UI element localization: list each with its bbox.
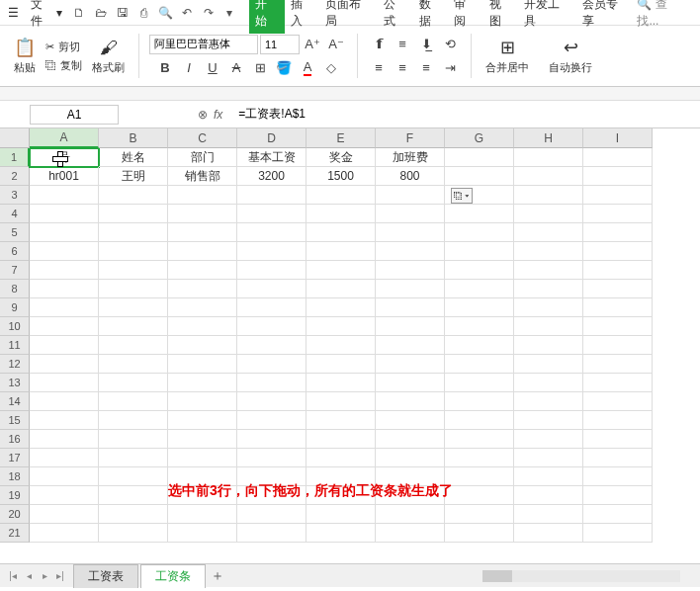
cell-D16[interactable] — [237, 430, 306, 449]
cell-I1[interactable] — [583, 148, 653, 167]
row-header-20[interactable]: 20 — [0, 505, 30, 524]
align-left-icon[interactable]: ≡ — [368, 58, 390, 78]
cell-C12[interactable] — [168, 355, 237, 374]
cell-I13[interactable] — [583, 374, 653, 392]
row-header-19[interactable]: 19 — [0, 486, 30, 505]
col-header-B[interactable]: B — [99, 128, 168, 148]
font-name-input[interactable] — [149, 35, 258, 54]
cell-A17[interactable] — [30, 449, 99, 467]
cell-G8[interactable] — [445, 280, 514, 298]
col-header-D[interactable]: D — [237, 128, 306, 148]
smart-tag-button[interactable]: ⿻ ▾ — [451, 188, 473, 204]
cell-E4[interactable] — [306, 205, 376, 223]
cell-A14[interactable] — [30, 392, 99, 411]
sheet-tab-1[interactable]: 工资条 — [140, 564, 206, 588]
cell-I9[interactable] — [583, 298, 653, 317]
cell-C7[interactable] — [168, 261, 237, 280]
sheet-nav-last-icon[interactable]: ▸| — [53, 569, 67, 583]
cell-I20[interactable] — [583, 505, 653, 524]
cell-E8[interactable] — [306, 280, 376, 298]
ribbon-tab-6[interactable]: 视图 — [483, 0, 519, 34]
cell-B6[interactable] — [99, 242, 168, 261]
cell-B4[interactable] — [99, 205, 168, 223]
cell-F1[interactable]: 加班费 — [376, 148, 445, 167]
select-all-corner[interactable] — [0, 128, 30, 148]
col-header-A[interactable]: A — [30, 128, 99, 148]
row-header-5[interactable]: 5 — [0, 223, 30, 242]
cell-G15[interactable] — [445, 411, 514, 430]
cut-button[interactable]: ✂ 剪切 — [44, 39, 84, 55]
cell-C4[interactable] — [168, 205, 237, 223]
align-center-icon[interactable]: ≡ — [392, 58, 413, 78]
cell-D10[interactable] — [237, 317, 306, 336]
cell-F21[interactable] — [376, 524, 445, 543]
cell-I10[interactable] — [583, 317, 653, 336]
cell-A19[interactable] — [30, 486, 99, 505]
cell-B19[interactable] — [99, 486, 168, 505]
cell-B15[interactable] — [99, 411, 168, 430]
cell-H20[interactable] — [514, 505, 583, 524]
cell-F13[interactable] — [376, 374, 445, 392]
cell-H3[interactable] — [514, 186, 583, 205]
cell-G5[interactable] — [445, 223, 514, 242]
cell-G19[interactable] — [445, 486, 514, 505]
cell-B18[interactable] — [99, 467, 168, 486]
cell-A2[interactable]: hr001 — [30, 167, 99, 186]
cell-I12[interactable] — [583, 355, 653, 374]
cell-G20[interactable] — [445, 505, 514, 524]
ribbon-tab-2[interactable]: 页面布局 — [319, 0, 378, 34]
cell-H17[interactable] — [514, 449, 583, 467]
cell-C15[interactable] — [168, 411, 237, 430]
cell-D12[interactable] — [237, 355, 306, 374]
ribbon-tab-3[interactable]: 公式 — [378, 0, 413, 34]
align-middle-icon[interactable]: ≡ — [392, 35, 413, 54]
row-header-3[interactable]: 3 — [0, 186, 30, 205]
cell-C20[interactable] — [168, 505, 237, 524]
cell-B11[interactable] — [99, 336, 168, 355]
cell-E10[interactable] — [306, 317, 376, 336]
name-box[interactable] — [30, 105, 119, 125]
cell-A15[interactable] — [30, 411, 99, 430]
cell-A11[interactable] — [30, 336, 99, 355]
clear-format-button[interactable]: ◇ — [320, 58, 342, 78]
indent-icon[interactable]: ⇥ — [439, 58, 461, 78]
row-header-12[interactable]: 12 — [0, 355, 30, 374]
qat-undo-icon[interactable]: ↶ — [177, 3, 197, 23]
auto-wrap-button[interactable]: ↩ 自动换行 — [545, 35, 596, 77]
font-color-button[interactable]: A — [297, 58, 318, 78]
ribbon-tab-4[interactable]: 数据 — [413, 0, 449, 34]
cell-B20[interactable] — [99, 505, 168, 524]
cell-E1[interactable]: 奖金 — [306, 148, 376, 167]
cell-B7[interactable] — [99, 261, 168, 280]
cell-F10[interactable] — [376, 317, 445, 336]
cell-B21[interactable] — [99, 524, 168, 543]
cell-H10[interactable] — [514, 317, 583, 336]
cell-A4[interactable] — [30, 205, 99, 223]
cell-H12[interactable] — [514, 355, 583, 374]
cell-C13[interactable] — [168, 374, 237, 392]
qat-more-icon[interactable]: ▾ — [219, 3, 239, 23]
cell-H14[interactable] — [514, 392, 583, 411]
cell-E17[interactable] — [306, 449, 376, 467]
increase-font-icon[interactable]: A⁺ — [302, 35, 323, 54]
horizontal-scrollbar[interactable] — [227, 570, 700, 582]
formula-input[interactable] — [232, 108, 700, 122]
cell-A8[interactable] — [30, 280, 99, 298]
cell-E6[interactable] — [306, 242, 376, 261]
cell-B12[interactable] — [99, 355, 168, 374]
cell-G11[interactable] — [445, 336, 514, 355]
cell-H1[interactable] — [514, 148, 583, 167]
cell-F17[interactable] — [376, 449, 445, 467]
cell-I3[interactable] — [583, 186, 653, 205]
cell-F4[interactable] — [376, 205, 445, 223]
cancel-formula-icon[interactable]: ⊗ — [198, 108, 208, 122]
cell-F8[interactable] — [376, 280, 445, 298]
cell-B16[interactable] — [99, 430, 168, 449]
row-header-10[interactable]: 10 — [0, 317, 30, 336]
cell-F9[interactable] — [376, 298, 445, 317]
cell-A12[interactable] — [30, 355, 99, 374]
cell-D15[interactable] — [237, 411, 306, 430]
cell-C21[interactable] — [168, 524, 237, 543]
cell-I7[interactable] — [583, 261, 653, 280]
cell-G21[interactable] — [445, 524, 514, 543]
